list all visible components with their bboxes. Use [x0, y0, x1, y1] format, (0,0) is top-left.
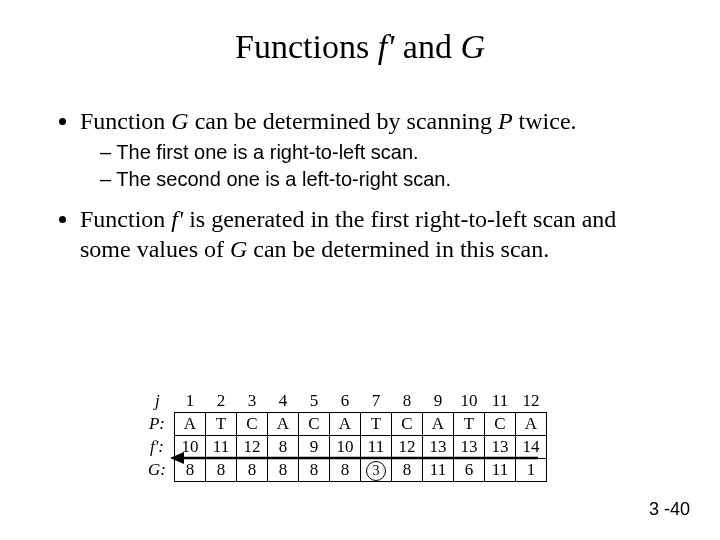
- j-2: 2: [206, 390, 237, 413]
- fp-1: 10: [175, 436, 206, 459]
- fp-7: 11: [361, 436, 392, 459]
- P-4: A: [268, 413, 299, 436]
- j-9: 9: [423, 390, 454, 413]
- slide-title: Functions f' and G: [0, 0, 720, 76]
- G-4: 8: [268, 459, 299, 482]
- bullet-1: Function G can be determined by scanning…: [80, 106, 670, 192]
- b2-G: G: [230, 236, 247, 262]
- G-7: 3: [361, 459, 392, 482]
- b1-mid: can be determined by scanning: [189, 108, 498, 134]
- label-fprime: f':: [140, 436, 175, 459]
- fp-9: 13: [423, 436, 454, 459]
- P-3: C: [237, 413, 268, 436]
- G-8: 8: [392, 459, 423, 482]
- sub-bullet-1: The first one is a right-to-left scan.: [100, 140, 670, 165]
- G-1: 8: [175, 459, 206, 482]
- b1-post: twice.: [513, 108, 577, 134]
- j-4: 4: [268, 390, 299, 413]
- P-8: C: [392, 413, 423, 436]
- bullet-list: Function G can be determined by scanning…: [50, 106, 670, 264]
- P-5: C: [299, 413, 330, 436]
- P-10: T: [454, 413, 485, 436]
- fp-11: 13: [485, 436, 516, 459]
- b1-P: P: [498, 108, 513, 134]
- row-j: j 1 2 3 4 5 6 7 8 9 10 11 12: [140, 390, 547, 413]
- j-7: 7: [361, 390, 392, 413]
- fp-5: 9: [299, 436, 330, 459]
- b2-f: f': [171, 206, 183, 232]
- fp-4: 8: [268, 436, 299, 459]
- title-G: G: [460, 28, 485, 65]
- b1-G: G: [171, 108, 188, 134]
- fp-12: 14: [516, 436, 547, 459]
- P-6: A: [330, 413, 361, 436]
- j-1: 1: [175, 390, 206, 413]
- title-word-1: Functions: [235, 28, 378, 65]
- P-9: A: [423, 413, 454, 436]
- figure: j 1 2 3 4 5 6 7 8 9 10 11 12 P: A T C A …: [140, 390, 580, 482]
- G-12: 1: [516, 459, 547, 482]
- P-1: A: [175, 413, 206, 436]
- row-fprime: f': 10 11 12 8 9 10 11 12 13 13 13 14: [140, 436, 547, 459]
- P-11: C: [485, 413, 516, 436]
- G-3: 8: [237, 459, 268, 482]
- P-12: A: [516, 413, 547, 436]
- row-G: G: 8 8 8 8 8 8 3 8 11 6 11 1: [140, 459, 547, 482]
- b2-pre: Function: [80, 206, 171, 232]
- j-3: 3: [237, 390, 268, 413]
- j-11: 11: [485, 390, 516, 413]
- fp-6: 10: [330, 436, 361, 459]
- G-6: 8: [330, 459, 361, 482]
- G-10: 6: [454, 459, 485, 482]
- G-11: 11: [485, 459, 516, 482]
- title-word-2: and: [394, 28, 460, 65]
- sub-bullet-list: The first one is a right-to-left scan. T…: [80, 140, 670, 192]
- j-8: 8: [392, 390, 423, 413]
- G-2: 8: [206, 459, 237, 482]
- label-P: P:: [140, 413, 175, 436]
- G-7-circled: 3: [366, 461, 386, 481]
- fp-8: 12: [392, 436, 423, 459]
- row-P: P: A T C A C A T C A T C A: [140, 413, 547, 436]
- slide: Functions f' and G Function G can be det…: [0, 0, 720, 540]
- fp-3: 12: [237, 436, 268, 459]
- j-10: 10: [454, 390, 485, 413]
- j-5: 5: [299, 390, 330, 413]
- slide-body: Function G can be determined by scanning…: [0, 76, 720, 264]
- label-j: j: [140, 390, 175, 413]
- sub-bullet-2: The second one is a left-to-right scan.: [100, 167, 670, 192]
- b1-pre: Function: [80, 108, 171, 134]
- slide-number: 3 -40: [649, 499, 690, 520]
- fp-10: 13: [454, 436, 485, 459]
- P-7: T: [361, 413, 392, 436]
- G-5: 8: [299, 459, 330, 482]
- G-9: 11: [423, 459, 454, 482]
- label-G: G:: [140, 459, 175, 482]
- title-fprime: f': [378, 28, 395, 65]
- P-2: T: [206, 413, 237, 436]
- j-6: 6: [330, 390, 361, 413]
- bullet-2: Function f' is generated in the first ri…: [80, 204, 670, 264]
- b2-post: can be determined in this scan.: [247, 236, 549, 262]
- j-12: 12: [516, 390, 547, 413]
- data-table: j 1 2 3 4 5 6 7 8 9 10 11 12 P: A T C A …: [140, 390, 547, 482]
- fp-2: 11: [206, 436, 237, 459]
